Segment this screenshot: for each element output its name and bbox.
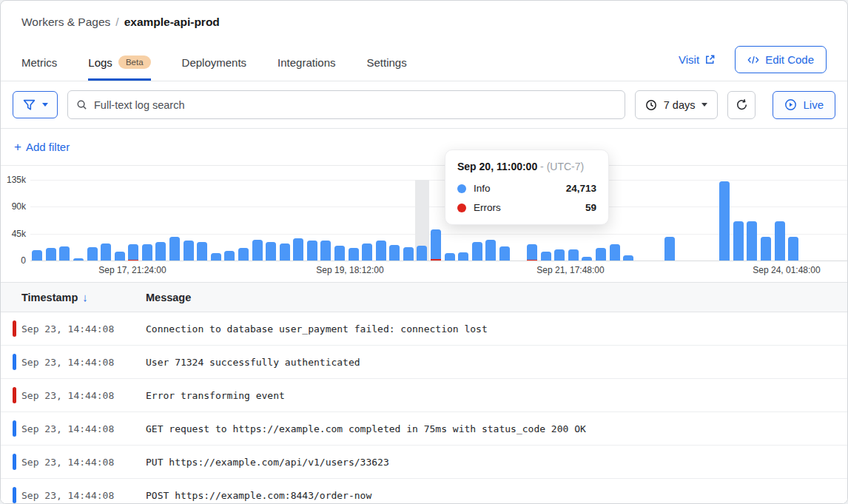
tab-integrations[interactable]: Integrations xyxy=(277,56,335,81)
tab-deployments[interactable]: Deployments xyxy=(182,56,247,81)
tooltip-rows: Info 24,713 Errors 59 xyxy=(457,183,596,213)
chart-bar-slot[interactable] xyxy=(223,180,237,261)
chart-bar-slot[interactable] xyxy=(306,180,320,261)
chart-bar-slot[interactable] xyxy=(127,180,141,261)
chart-bar-slot[interactable] xyxy=(374,180,388,261)
bar-info-segment xyxy=(719,181,730,261)
chart-bar-slot[interactable] xyxy=(30,180,44,261)
timestamp-column-header[interactable]: Timestamp↓ xyxy=(1,291,146,303)
chart-bar-slot[interactable] xyxy=(346,180,360,261)
bar-info-segment xyxy=(568,249,579,261)
table-row[interactable]: Sep 23, 14:44:08 PUT https://example.com… xyxy=(1,446,847,479)
refresh-button[interactable] xyxy=(727,91,756,119)
chart-bar-slot[interactable] xyxy=(388,180,402,261)
clock-icon xyxy=(645,99,657,111)
table-row[interactable]: Sep 23, 14:44:08 POST https://example.co… xyxy=(1,479,847,504)
visit-link[interactable]: Visit xyxy=(679,53,716,66)
tooltip-time: Sep 20, 11:00:00 xyxy=(457,161,537,172)
breadcrumb-section[interactable]: Workers & Pages xyxy=(21,16,110,28)
row-message: Connection to database user_payment fail… xyxy=(146,323,847,335)
chart-bar-slot[interactable] xyxy=(690,180,704,261)
chart-bar-slot[interactable] xyxy=(319,180,333,261)
caret-down-icon xyxy=(42,103,48,107)
message-column-header[interactable]: Message xyxy=(146,292,847,303)
breadcrumb-separator: / xyxy=(115,16,118,28)
chart-bar-slot[interactable] xyxy=(195,180,209,261)
chart-bar-slot[interactable] xyxy=(250,180,264,261)
bar-info-segment xyxy=(596,248,606,261)
chart-bar-slot[interactable] xyxy=(209,180,223,261)
chart-bar-slot[interactable] xyxy=(85,180,99,261)
chart-bar-slot[interactable] xyxy=(112,180,127,261)
chart-bar-slot[interactable] xyxy=(99,180,113,261)
plus-icon: + xyxy=(14,141,21,153)
chart-bar-slot[interactable] xyxy=(649,180,663,261)
chart-bar-slot[interactable] xyxy=(58,180,72,261)
time-range-button[interactable]: 7 days xyxy=(635,90,719,119)
tab-logs[interactable]: Logs Beta xyxy=(88,56,150,81)
row-timestamp: Sep 23, 14:44:08 xyxy=(1,457,146,468)
tab-metrics[interactable]: Metrics xyxy=(21,56,57,81)
chart-bar-slot[interactable] xyxy=(608,180,622,261)
caret-down-icon xyxy=(701,103,707,107)
chart-bar-slot[interactable] xyxy=(635,180,649,261)
chart-bar-slot-highlighted[interactable] xyxy=(415,180,429,261)
bar-info-segment xyxy=(445,253,455,261)
bar-info-segment xyxy=(485,240,496,261)
chart-bar-slot[interactable] xyxy=(360,180,374,261)
filter-button[interactable] xyxy=(13,91,58,118)
table-row[interactable]: Sep 23, 14:44:08 User 71324 successfully… xyxy=(1,346,847,379)
edit-code-button[interactable]: Edit Code xyxy=(735,46,827,73)
chart-bars xyxy=(30,180,800,261)
chart-bar-slot[interactable] xyxy=(333,180,347,261)
bar-info-segment xyxy=(87,247,98,261)
chart-bar-slot[interactable] xyxy=(759,180,773,261)
bar-info-segment xyxy=(417,246,427,261)
bar-info-segment xyxy=(554,249,565,261)
chart-bar-slot[interactable] xyxy=(237,180,251,261)
chart-bar-slot[interactable] xyxy=(168,180,182,261)
severity-bar xyxy=(13,420,16,437)
chart-plot-area xyxy=(30,180,847,261)
severity-bar xyxy=(13,454,16,470)
bar-info-segment xyxy=(32,250,42,261)
chart-bar-slot[interactable] xyxy=(745,180,759,261)
chart-bar-slot[interactable] xyxy=(72,180,86,261)
add-filter-link[interactable]: + Add filter xyxy=(14,141,70,153)
table-row[interactable]: Sep 23, 14:44:08 Error transforming even… xyxy=(1,379,847,412)
search-box[interactable] xyxy=(67,90,625,119)
chart-bar-slot[interactable] xyxy=(787,180,801,261)
chart-bar-slot[interactable] xyxy=(402,180,416,261)
bar-info-segment xyxy=(499,246,510,261)
bar-info-segment xyxy=(349,248,359,261)
tab-label: Logs xyxy=(88,56,112,69)
chart-bar-slot[interactable] xyxy=(154,180,168,261)
chart-bar-slot[interactable] xyxy=(622,180,636,261)
tab-settings[interactable]: Settings xyxy=(366,56,406,81)
chart-bar-slot[interactable] xyxy=(731,180,745,261)
chart-bar-slot[interactable] xyxy=(676,180,690,261)
chart-bar-slot[interactable] xyxy=(141,180,155,261)
search-icon xyxy=(76,99,87,110)
chart-bar-slot[interactable] xyxy=(181,180,195,261)
play-circle-icon xyxy=(784,98,797,111)
table-row[interactable]: Sep 23, 14:44:08 Connection to database … xyxy=(1,312,847,346)
bar-error-segment xyxy=(431,259,441,261)
filter-funnel-icon xyxy=(23,99,36,111)
live-button[interactable]: Live xyxy=(773,91,835,119)
chart-bar-slot[interactable] xyxy=(277,180,292,261)
table-row[interactable]: Sep 23, 14:44:08 GET request to https://… xyxy=(1,412,847,446)
chart-bar-slot[interactable] xyxy=(292,180,306,261)
chart-bar-slot[interactable] xyxy=(704,180,718,261)
row-timestamp: Sep 23, 14:44:08 xyxy=(1,423,146,434)
chart-bar-slot[interactable] xyxy=(663,180,677,261)
chart-bar-slot[interactable] xyxy=(264,180,278,261)
chart-bar-slot[interactable] xyxy=(718,180,732,261)
chart-bar-slot[interactable] xyxy=(773,180,787,261)
bar-info-segment xyxy=(541,252,551,261)
tooltip-row-value: 24,713 xyxy=(566,183,596,194)
y-tick-label: 90k xyxy=(12,201,26,212)
search-input[interactable] xyxy=(94,99,616,111)
chart-bar-slot[interactable] xyxy=(429,180,443,261)
chart-bar-slot[interactable] xyxy=(44,180,58,261)
